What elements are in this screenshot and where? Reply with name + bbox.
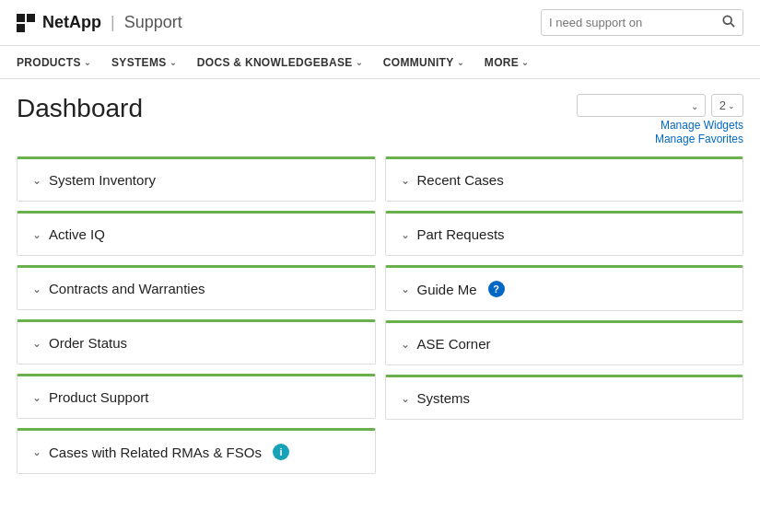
chevron-down-icon: ⌄ bbox=[32, 445, 41, 458]
svg-rect-0 bbox=[17, 14, 25, 22]
nav-item-community[interactable]: COMMUNITY ⌄ bbox=[383, 56, 464, 69]
manage-widgets-link[interactable]: Manage Widgets bbox=[661, 119, 743, 132]
help-badge: ? bbox=[488, 281, 505, 297]
widget-ase-corner: ⌄ ASE Corner bbox=[385, 320, 744, 365]
manage-links: Manage Widgets Manage Favorites bbox=[655, 119, 743, 145]
widget-ase-corner-header[interactable]: ⌄ ASE Corner bbox=[386, 323, 743, 364]
chevron-down-icon: ⌄ bbox=[401, 228, 410, 241]
manage-favorites-link[interactable]: Manage Favorites bbox=[655, 133, 743, 145]
search-box[interactable] bbox=[541, 9, 743, 36]
logo-brand-text: NetApp bbox=[42, 13, 101, 32]
nav-item-more[interactable]: MORE ⌄ bbox=[485, 56, 530, 69]
chevron-down-icon: ⌄ bbox=[401, 174, 410, 187]
header: NetApp | Support bbox=[0, 0, 760, 46]
top-controls: ⌄ 2 ⌄ Manage Widgets Manage Favorites bbox=[577, 94, 743, 145]
widget-title: Systems bbox=[417, 390, 471, 406]
nav-item-docs[interactable]: DOCS & KNOWLEDGEBASE ⌄ bbox=[197, 56, 363, 69]
layout-dropdown-wrapper[interactable]: ⌄ bbox=[577, 94, 706, 117]
search-input[interactable] bbox=[542, 11, 715, 34]
chevron-down-icon: ⌄ bbox=[32, 283, 41, 295]
chevron-down-icon: ⌄ bbox=[32, 337, 41, 350]
dashboard-header: Dashboard ⌄ 2 ⌄ Manage Widgets Manage Fa… bbox=[17, 94, 743, 145]
widget-column-right: ⌄ Recent Cases ⌄ Part Requests ⌄ Guide M… bbox=[385, 156, 744, 474]
widget-title: Product Support bbox=[49, 389, 148, 405]
page-title: Dashboard bbox=[17, 94, 143, 123]
info-badge: i bbox=[273, 444, 289, 460]
chevron-down-icon: ⌄ bbox=[32, 174, 41, 187]
widget-systems-header[interactable]: ⌄ Systems bbox=[386, 377, 743, 419]
nav-label-docs: DOCS & KNOWLEDGEBASE bbox=[197, 56, 353, 69]
widget-contracts-warranties: ⌄ Contracts and Warranties bbox=[17, 265, 376, 310]
widget-active-iq: ⌄ Active IQ bbox=[17, 211, 376, 256]
widget-guide-me: ⌄ Guide Me ? bbox=[385, 265, 744, 311]
chevron-down-icon: ⌄ bbox=[32, 391, 41, 404]
logo-area: NetApp | Support bbox=[17, 13, 182, 32]
nav-item-products[interactable]: PRODUCTS ⌄ bbox=[17, 56, 91, 69]
widget-title: Cases with Related RMAs & FSOs bbox=[49, 445, 262, 460]
nav-label-more: MORE bbox=[485, 56, 519, 69]
widget-title: Recent Cases bbox=[417, 172, 504, 188]
widget-guide-me-header[interactable]: ⌄ Guide Me ? bbox=[386, 268, 743, 310]
widget-cases-rmas-fsos: ⌄ Cases with Related RMAs & FSOs i bbox=[17, 428, 376, 474]
chevron-down-icon: ⌄ bbox=[84, 58, 91, 67]
column-count-value: 2 bbox=[719, 98, 726, 112]
netapp-logo-icon bbox=[17, 14, 35, 32]
layout-dropdown[interactable] bbox=[577, 94, 706, 117]
chevron-down-icon: ⌄ bbox=[401, 283, 410, 295]
widget-title: Guide Me bbox=[417, 282, 477, 297]
widget-product-support-header[interactable]: ⌄ Product Support bbox=[18, 376, 375, 418]
widget-product-support: ⌄ Product Support bbox=[17, 374, 376, 419]
controls-row: ⌄ 2 ⌄ bbox=[577, 94, 743, 117]
logo-support-text: Support bbox=[124, 13, 182, 32]
chevron-down-icon: ⌄ bbox=[32, 228, 41, 241]
widget-title: Order Status bbox=[49, 335, 127, 351]
widget-active-iq-header[interactable]: ⌄ Active IQ bbox=[18, 214, 375, 255]
chevron-down-icon: ⌄ bbox=[521, 58, 529, 67]
widget-title: Active IQ bbox=[49, 226, 105, 242]
widget-title: Part Requests bbox=[417, 226, 505, 242]
widget-part-requests: ⌄ Part Requests bbox=[385, 211, 744, 256]
nav-item-systems[interactable]: SYSTEMS ⌄ bbox=[111, 56, 177, 69]
widget-recent-cases: ⌄ Recent Cases bbox=[385, 156, 744, 202]
column-count-chevron-icon: ⌄ bbox=[728, 101, 735, 110]
widget-systems: ⌄ Systems bbox=[385, 375, 744, 420]
widget-contracts-warranties-header[interactable]: ⌄ Contracts and Warranties bbox=[18, 268, 375, 309]
chevron-down-icon: ⌄ bbox=[170, 58, 177, 67]
nav-label-systems: SYSTEMS bbox=[111, 56, 166, 69]
widget-title: ASE Corner bbox=[417, 336, 491, 352]
widget-title: Contracts and Warranties bbox=[49, 281, 205, 296]
svg-line-4 bbox=[731, 23, 734, 27]
column-count-selector[interactable]: 2 ⌄ bbox=[711, 94, 743, 117]
nav-label-products: PRODUCTS bbox=[17, 56, 81, 69]
search-button[interactable] bbox=[715, 10, 742, 35]
widget-system-inventory-header[interactable]: ⌄ System Inventory bbox=[18, 159, 375, 201]
logo-divider: | bbox=[111, 13, 115, 32]
widget-recent-cases-header[interactable]: ⌄ Recent Cases bbox=[386, 159, 743, 201]
widget-order-status: ⌄ Order Status bbox=[17, 319, 376, 364]
chevron-down-icon: ⌄ bbox=[356, 58, 363, 67]
nav-bar: PRODUCTS ⌄ SYSTEMS ⌄ DOCS & KNOWLEDGEBAS… bbox=[0, 46, 760, 79]
content-area: Dashboard ⌄ 2 ⌄ Manage Widgets Manage Fa… bbox=[0, 79, 760, 492]
chevron-down-icon: ⌄ bbox=[457, 58, 464, 67]
chevron-down-icon: ⌄ bbox=[401, 338, 410, 351]
nav-label-community: COMMUNITY bbox=[383, 56, 454, 69]
widget-column-left: ⌄ System Inventory ⌄ Active IQ ⌄ Contrac… bbox=[17, 156, 376, 474]
svg-point-3 bbox=[723, 16, 731, 24]
widget-grid: ⌄ System Inventory ⌄ Active IQ ⌄ Contrac… bbox=[17, 156, 743, 474]
svg-rect-2 bbox=[17, 24, 25, 32]
widget-order-status-header[interactable]: ⌄ Order Status bbox=[18, 322, 375, 364]
svg-rect-1 bbox=[27, 14, 35, 22]
widget-system-inventory: ⌄ System Inventory bbox=[17, 156, 376, 202]
widget-title: System Inventory bbox=[49, 172, 156, 188]
widget-cases-rmas-fsos-header[interactable]: ⌄ Cases with Related RMAs & FSOs i bbox=[18, 431, 375, 473]
chevron-down-icon: ⌄ bbox=[401, 392, 410, 405]
search-icon bbox=[722, 15, 735, 28]
widget-part-requests-header[interactable]: ⌄ Part Requests bbox=[386, 214, 743, 255]
